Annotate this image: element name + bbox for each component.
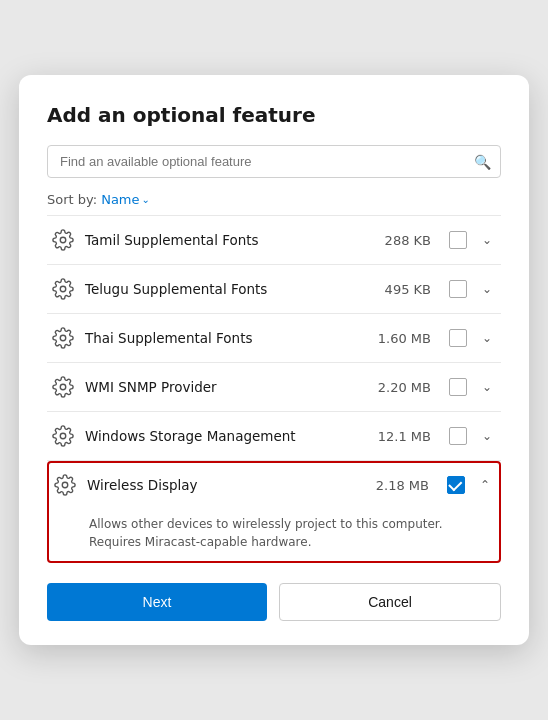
feature-size: 12.1 MB	[378, 429, 431, 444]
button-row: Next Cancel	[47, 583, 501, 621]
feature-size: 2.18 MB	[376, 478, 429, 493]
dialog-title: Add an optional feature	[47, 103, 501, 127]
feature-checkbox[interactable]	[449, 329, 467, 347]
list-item: Telugu Supplemental Fonts 495 KB ⌄	[47, 265, 501, 314]
sort-row: Sort by: Name ⌄	[47, 192, 501, 207]
add-optional-feature-dialog: Add an optional feature 🔍 Sort by: Name …	[19, 75, 529, 645]
feature-size: 2.20 MB	[378, 380, 431, 395]
feature-icon	[51, 424, 75, 448]
expand-icon[interactable]: ⌄	[477, 377, 497, 397]
feature-name: WMI SNMP Provider	[85, 379, 368, 395]
sort-value[interactable]: Name ⌄	[101, 192, 150, 207]
feature-checkbox[interactable]	[449, 378, 467, 396]
feature-checkbox[interactable]	[449, 231, 467, 249]
expand-icon[interactable]: ⌄	[477, 279, 497, 299]
feature-icon	[51, 277, 75, 301]
next-button[interactable]: Next	[47, 583, 267, 621]
cancel-button[interactable]: Cancel	[279, 583, 501, 621]
expand-icon[interactable]: ⌃	[475, 475, 495, 495]
feature-checkbox[interactable]	[449, 427, 467, 445]
feature-name: Tamil Supplemental Fonts	[85, 232, 375, 248]
expand-icon[interactable]: ⌄	[477, 426, 497, 446]
feature-description: Allows other devices to wirelessly proje…	[53, 515, 495, 551]
list-item: Windows Storage Management 12.1 MB ⌄	[47, 412, 501, 461]
chevron-down-icon: ⌄	[142, 194, 150, 205]
feature-row: Wireless Display 2.18 MB ⌃	[53, 473, 495, 497]
feature-name: Windows Storage Management	[85, 428, 368, 444]
feature-name: Wireless Display	[87, 477, 366, 493]
list-item: Thai Supplemental Fonts 1.60 MB ⌄	[47, 314, 501, 363]
feature-checkbox[interactable]	[447, 476, 465, 494]
feature-size: 1.60 MB	[378, 331, 431, 346]
feature-checkbox[interactable]	[449, 280, 467, 298]
feature-name: Thai Supplemental Fonts	[85, 330, 368, 346]
search-input[interactable]	[47, 145, 501, 178]
expand-icon[interactable]: ⌄	[477, 230, 497, 250]
feature-icon	[51, 375, 75, 399]
feature-name: Telugu Supplemental Fonts	[85, 281, 375, 297]
list-item: Wireless Display 2.18 MB ⌃ Allows other …	[47, 461, 501, 563]
list-item: Tamil Supplemental Fonts 288 KB ⌄	[47, 216, 501, 265]
feature-icon	[51, 228, 75, 252]
feature-size: 495 KB	[385, 282, 431, 297]
feature-list: Tamil Supplemental Fonts 288 KB ⌄ Telugu…	[47, 215, 501, 563]
feature-size: 288 KB	[385, 233, 431, 248]
list-item: WMI SNMP Provider 2.20 MB ⌄	[47, 363, 501, 412]
expand-icon[interactable]: ⌄	[477, 328, 497, 348]
search-box: 🔍	[47, 145, 501, 178]
feature-icon	[53, 473, 77, 497]
feature-icon	[51, 326, 75, 350]
sort-by-label: Sort by:	[47, 192, 97, 207]
